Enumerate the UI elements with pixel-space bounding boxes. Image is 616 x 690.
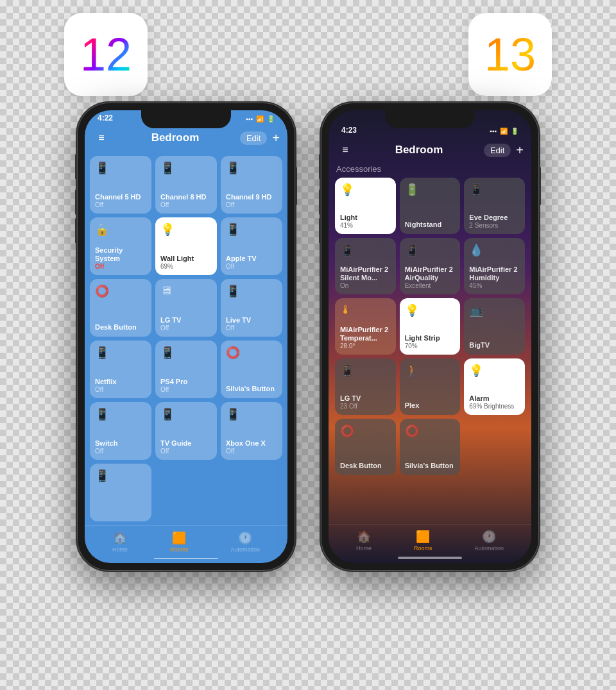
tile13-deskbutton[interactable]: ⭕ Desk Button xyxy=(335,419,396,475)
automation-icon-ios12: 🕐 xyxy=(238,531,252,545)
tile13-airpurifier-humidity[interactable]: 💧 MiAirPurifier 2 Humidity 45% xyxy=(464,238,525,294)
ios13-number: 13 xyxy=(484,28,536,81)
ios13-menu-icon[interactable]: ≡ xyxy=(336,141,354,159)
tile13-nightstand[interactable]: 🔋 Nightstand xyxy=(400,178,461,234)
tile-icon-switch: 📱 xyxy=(95,407,146,421)
tab-rooms-ios12[interactable]: 🟧 Rooms xyxy=(170,531,189,553)
tile-status-security: Off xyxy=(95,263,146,270)
tab-rooms-ios13[interactable]: 🟧 Rooms xyxy=(414,530,432,551)
ios12-battery: 🔋 xyxy=(267,115,275,122)
tile13-icon-nightstand: 🔋 xyxy=(405,183,456,197)
rooms-icon-ios12: 🟧 xyxy=(172,531,186,545)
tile13-status-alarm: 69% Brightness xyxy=(469,403,520,410)
tile-icon-walllight: 💡 xyxy=(160,223,212,237)
tile13-plex[interactable]: 🚶 Plex xyxy=(400,358,461,415)
tile13-name-airtemp: MiAirPurifier 2 Temperat... xyxy=(340,326,391,342)
tile13-airpurifier-temp[interactable]: 🌡 MiAirPurifier 2 Temperat... 28.0° xyxy=(335,298,396,355)
tile-icon-security: 🔒 xyxy=(95,223,146,237)
tile-walllight[interactable]: 💡 Wall Light 69% xyxy=(155,217,217,275)
logos-row: 12 13 xyxy=(64,13,552,96)
tile13-icon-airquality: 📱 xyxy=(405,243,456,257)
tile-name-tvguide: TV Guide xyxy=(160,439,212,448)
tile13-status-light: 41% xyxy=(340,222,391,229)
tile-icon-lgtv: 🖥 xyxy=(160,284,212,298)
tile13-name-bigtv: BigTV xyxy=(469,341,520,349)
tile-icon-channel8: 📱 xyxy=(160,161,212,175)
tile-icon-ps4: 📱 xyxy=(160,346,212,360)
tile-extra[interactable]: 📱 xyxy=(90,464,151,521)
tile13-airpurifier-quality[interactable]: 📱 MiAirPurifier 2 AirQuality Excellent xyxy=(400,238,461,294)
home-indicator-ios13 xyxy=(398,557,462,559)
tile13-evedegree[interactable]: 📱 Eve Degree 2 Sensors xyxy=(464,178,525,234)
tile-icon-tvguide: 📱 xyxy=(160,407,212,421)
tile-lgtv[interactable]: 🖥 LG TV Off xyxy=(155,279,217,337)
tile13-lgtv[interactable]: 📱 LG TV 23 Off xyxy=(335,358,396,415)
tile-security[interactable]: 🔒 Security System Off xyxy=(90,217,151,275)
tile13-icon-deskbutton: ⭕ xyxy=(340,424,391,438)
ios13-add-button[interactable]: + xyxy=(516,143,524,158)
tile-name-channel5: Channel 5 HD xyxy=(95,193,146,201)
tile-name-walllight: Wall Light xyxy=(160,255,212,263)
ios12-tab-bar: 🏠 Home 🟧 Rooms 🕐 Automation xyxy=(85,525,287,555)
phones-container: 4:22 ▪▪▪ 📶 🔋 ≡ Bedroom Edit + xyxy=(77,103,539,571)
ios13-time: 4:23 xyxy=(341,126,357,135)
notch-ios12 xyxy=(141,110,231,128)
tile-silvia-button[interactable]: ⭕ Silvia's Button xyxy=(221,341,282,398)
tile-ps4[interactable]: 📱 PS4 Pro Off xyxy=(155,341,217,398)
tab-home-ios12[interactable]: 🏠 Home xyxy=(112,531,128,553)
tile-name-security: Security System xyxy=(95,246,146,263)
tile-channel9[interactable]: 📱 Channel 9 HD Off xyxy=(221,156,282,214)
tile-livetv[interactable]: 📱 Live TV Off xyxy=(221,279,282,337)
tile13-light[interactable]: 💡 Light 41% xyxy=(335,178,396,234)
ios12-add-button[interactable]: + xyxy=(272,131,280,146)
tab-automation-ios13[interactable]: 🕐 Automation xyxy=(474,530,504,551)
tile13-name-alarm: Alarm xyxy=(469,394,520,403)
ios13-wifi: 📶 xyxy=(500,128,508,135)
tile-status-livetv: Off xyxy=(226,324,277,332)
tile-channel5[interactable]: 📱 Channel 5 HD Off xyxy=(90,156,151,214)
tile13-silviabutton[interactable]: ⭕ Silvia's Button xyxy=(400,419,461,475)
tile13-lightstrip[interactable]: 💡 Light Strip 70% xyxy=(400,298,461,355)
tile13-name-nightstand: Nightstand xyxy=(405,221,456,229)
ios13-content: 4:23 ▪▪▪ 📶 🔋 ≡ Bedroom Edit + xyxy=(329,110,531,563)
tile13-name-evedegree: Eve Degree xyxy=(469,214,520,222)
tile13-status-airquality: Excellent xyxy=(405,282,456,289)
tab-automation-ios12[interactable]: 🕐 Automation xyxy=(230,531,260,553)
tile-name-appletv: Apple TV xyxy=(226,255,277,263)
tile-xbox[interactable]: 📱 Xbox One X Off xyxy=(221,402,282,460)
tile-icon-netflix: 📱 xyxy=(95,346,146,360)
tile-icon-extra: 📱 xyxy=(95,469,146,483)
ios12-tile-grid: 📱 Channel 5 HD Off 📱 Channel 8 HD Off xyxy=(85,152,287,525)
tile-netflix[interactable]: 📱 Netflix Off xyxy=(90,341,151,398)
tile-appletv[interactable]: 📱 Apple TV Off xyxy=(221,217,282,275)
tile13-bigtv[interactable]: 📺 BigTV xyxy=(464,298,525,355)
ios13-logo: 13 xyxy=(468,13,552,96)
tile13-status-lightstrip: 70% xyxy=(405,342,456,349)
tile-tvguide[interactable]: 📱 TV Guide Off xyxy=(155,402,217,460)
tile13-alarm[interactable]: 💡 Alarm 69% Brightness xyxy=(464,358,525,415)
tile13-name-deskbutton: Desk Button xyxy=(340,462,391,470)
ios13-header: ≡ Bedroom Edit + xyxy=(329,139,531,164)
tile-name-lgtv: LG TV xyxy=(160,316,212,324)
ios12-header: ≡ Bedroom Edit + xyxy=(85,126,287,152)
tile13-airpurifier-silent[interactable]: 📱 MiAirPurifier 2 Silent Mo... On xyxy=(335,238,396,294)
home-icon-ios13: 🏠 xyxy=(357,530,371,544)
tile-status-channel8: Off xyxy=(160,201,212,208)
tile-deskbutton[interactable]: ⭕ Desk Button xyxy=(90,279,151,337)
tile-name-netflix: Netflix xyxy=(95,378,146,386)
ios12-edit-button[interactable]: Edit xyxy=(240,131,267,145)
tile-name-channel9: Channel 9 HD xyxy=(226,193,277,201)
tab-home-ios13[interactable]: 🏠 Home xyxy=(356,530,372,551)
tile-channel8[interactable]: 📱 Channel 8 HD Off xyxy=(155,156,217,214)
tile-status-channel9: Off xyxy=(226,201,277,208)
ios13-screen: 4:23 ▪▪▪ 📶 🔋 ≡ Bedroom Edit + xyxy=(329,110,531,563)
tile-status-tvguide: Off xyxy=(160,448,212,455)
tile-name-xbox: Xbox One X xyxy=(226,439,277,448)
tile-icon-appletv: 📱 xyxy=(226,223,277,237)
ios12-header-title: Bedroom xyxy=(151,131,200,144)
tile-switch[interactable]: 📱 Switch Off xyxy=(90,402,151,460)
ios13-edit-button[interactable]: Edit xyxy=(484,144,511,157)
ios12-menu-icon[interactable]: ≡ xyxy=(92,129,110,147)
ios12-number: 12 xyxy=(80,28,132,81)
tab-rooms-label-ios12: Rooms xyxy=(170,546,189,553)
